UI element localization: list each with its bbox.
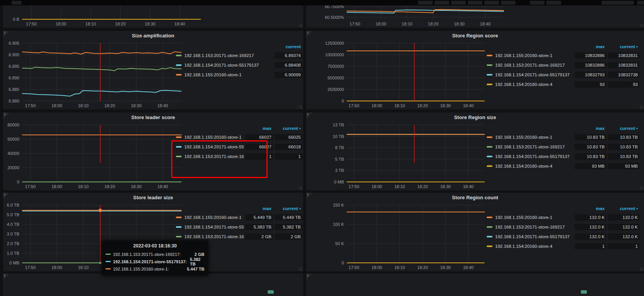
- legend-sort-current[interactable]: current ▾: [275, 205, 302, 212]
- panel-info-icon[interactable]: i: [3, 31, 10, 37]
- series-color-swatch[interactable]: [487, 217, 492, 218]
- toolbar-button[interactable]: [418, 1, 433, 5]
- legend-sort-max[interactable]: max: [575, 205, 606, 212]
- series-value: 93 MB: [575, 163, 606, 169]
- series-name[interactable]: 192.168.1.153:20171-store-169217: [184, 154, 244, 159]
- series-color-swatch[interactable]: [487, 84, 492, 85]
- legend-sort-current[interactable]: current ▾: [275, 125, 302, 131]
- tooltip-series-value: 5.382 TB: [187, 257, 204, 266]
- series-name[interactable]: 192.168.1.155:20160-store-1: [495, 135, 573, 140]
- series-value: 1: [245, 153, 273, 160]
- series-name[interactable]: 192.168.1.154:20171-store-55179137: [184, 225, 244, 229]
- svg-text:6.900: 6.900: [8, 52, 19, 57]
- series-name[interactable]: 192.168.1.154:20171-store-55179137: [184, 145, 244, 149]
- series-color-swatch[interactable]: [487, 64, 492, 66]
- panel-info-icon[interactable]: i: [3, 193, 10, 199]
- chart-size-amplification[interactable]: 17:5018:0018:1018:2018:3018:406.8806.885…: [3, 41, 184, 109]
- series-color-swatch[interactable]: [176, 55, 182, 56]
- toolbar-button[interactable]: [546, 1, 561, 5]
- series-name[interactable]: 192.168.1.155:20160-store-1: [184, 215, 244, 220]
- toolbar-button[interactable]: [468, 1, 482, 5]
- series-color-swatch[interactable]: [487, 165, 492, 167]
- series-color-swatch[interactable]: [176, 217, 182, 218]
- series-color-swatch[interactable]: [176, 74, 182, 76]
- legend-sort-current[interactable]: current ▾: [608, 44, 639, 50]
- series-name[interactable]: 192.168.1.154:20171-store-55179137: [495, 154, 573, 159]
- series-name[interactable]: 192.168.1.153:20171-store-169217: [495, 225, 573, 229]
- series-color-swatch[interactable]: [176, 226, 182, 228]
- series-name[interactable]: 192.168.1.155:20160-store-1: [495, 53, 573, 58]
- panel-resize-handle[interactable]: [640, 186, 643, 190]
- panel-resize-handle[interactable]: [299, 186, 302, 190]
- series-color-swatch[interactable]: [487, 136, 492, 138]
- series-name[interactable]: 192.168.1.153:20171-store-169217: [495, 145, 573, 149]
- legend-sort-current[interactable]: current ▾: [608, 205, 639, 212]
- legend-sort-max[interactable]: max: [245, 125, 273, 131]
- panel-resize-handle[interactable]: [640, 105, 643, 109]
- panel-title[interactable]: Store Region size: [306, 113, 644, 123]
- panel-title[interactable]: Store Region count: [306, 193, 644, 203]
- series-color-swatch[interactable]: [176, 236, 182, 237]
- toolbar-button[interactable]: [12, 1, 22, 5]
- panel-info-icon[interactable]: i: [3, 113, 10, 119]
- series-name[interactable]: 192.168.1.154:20171-store-55179137: [495, 72, 573, 77]
- toolbar-button[interactable]: [530, 1, 545, 5]
- series-name[interactable]: 192.168.1.154:20171-store-55179137: [495, 234, 573, 239]
- panel-info-icon[interactable]: i: [306, 113, 313, 119]
- chart-overview-percent[interactable]: 17:5018:0018:1018:2018:3018:4060.5000%60…: [306, 5, 507, 28]
- series-color-swatch[interactable]: [487, 55, 492, 56]
- series-color-swatch[interactable]: [487, 74, 492, 76]
- series-name[interactable]: 192.168.1.154:20160-store-4: [495, 82, 573, 87]
- panel-info-icon[interactable]: i: [3, 274, 10, 280]
- series-color-swatch[interactable]: [487, 236, 492, 237]
- series-color-swatch[interactable]: [176, 136, 182, 138]
- panel-title[interactable]: Store Region score: [306, 31, 644, 41]
- panel-title[interactable]: Store leader score: [3, 113, 303, 123]
- series-name[interactable]: 192.168.1.154:20160-store-4: [495, 164, 573, 168]
- legend-row: 192.168.1.153:20171-store-16921710832886…: [484, 61, 639, 69]
- series-color-swatch[interactable]: [487, 246, 492, 247]
- svg-text:18:10: 18:10: [78, 265, 89, 270]
- series-color-swatch[interactable]: [176, 64, 182, 66]
- panel-resize-handle[interactable]: [299, 24, 302, 27]
- toolbar-button[interactable]: [602, 1, 634, 5]
- series-color-swatch[interactable]: [487, 156, 492, 157]
- toolbar-button[interactable]: [501, 1, 516, 5]
- series-name[interactable]: 192.168.1.154:20171-store-55179137: [184, 63, 273, 67]
- series-color-swatch[interactable]: [487, 226, 492, 228]
- legend-sort-max[interactable]: max: [575, 44, 606, 50]
- chart-overview-bytes[interactable]: 17:5018:0018:1018:2018:3018:400 B: [3, 5, 204, 28]
- series-name[interactable]: 192.168.1.155:20160-store-1: [184, 72, 273, 77]
- panel-title[interactable]: Size amplification: [3, 31, 303, 41]
- panel-info-icon[interactable]: i: [306, 274, 313, 280]
- panel-resize-handle[interactable]: [640, 24, 643, 27]
- toolbar-button[interactable]: [435, 1, 449, 5]
- panel-resize-handle[interactable]: [299, 267, 302, 271]
- series-color-swatch[interactable]: [487, 146, 492, 148]
- chart-store-region-score[interactable]: 17:5018:0018:1018:2018:3018:400250000050…: [306, 41, 487, 109]
- toolbar-button[interactable]: [637, 1, 644, 5]
- series-name[interactable]: 192.168.1.153:20171-store-169217: [184, 53, 273, 58]
- chart-store-region-size[interactable]: 17:5018:0018:1018:2018:3018:400 MB3 TB5 …: [306, 123, 487, 190]
- toolbar-button[interactable]: [484, 1, 499, 5]
- series-name[interactable]: 192.168.1.155:20160-store-1: [495, 215, 573, 220]
- series-value: 10832738: [608, 72, 639, 78]
- series-name[interactable]: 192.168.1.153:20171-store-169217: [495, 63, 573, 67]
- panel-resize-handle[interactable]: [640, 267, 643, 271]
- series-color-swatch[interactable]: [176, 156, 182, 157]
- panel-info-icon[interactable]: i: [306, 193, 313, 199]
- chart-store-leader-score[interactable]: 17:5018:0018:1018:2018:3018:400200004000…: [3, 123, 184, 190]
- series-name[interactable]: 192.168.1.154:20160-store-4: [495, 244, 573, 249]
- panel-resize-handle[interactable]: [299, 105, 302, 109]
- legend-sort-current[interactable]: current: [275, 44, 302, 50]
- panel-title[interactable]: Store leader size: [3, 193, 303, 203]
- legend-sort-max[interactable]: max: [575, 125, 606, 131]
- series-color-swatch[interactable]: [176, 146, 182, 148]
- panel-info-icon[interactable]: i: [306, 31, 313, 37]
- legend-sort-current[interactable]: current ▾: [608, 125, 639, 131]
- series-name[interactable]: 192.168.1.155:20160-store-1: [184, 135, 244, 140]
- series-name[interactable]: 192.168.1.153:20171-store-169217: [184, 234, 244, 239]
- legend-sort-max[interactable]: max: [245, 205, 273, 212]
- chart-store-region-count[interactable]: 17:5018:0018:1018:2018:3018:40050 K100 K…: [306, 203, 487, 271]
- toolbar-button[interactable]: [451, 1, 466, 5]
